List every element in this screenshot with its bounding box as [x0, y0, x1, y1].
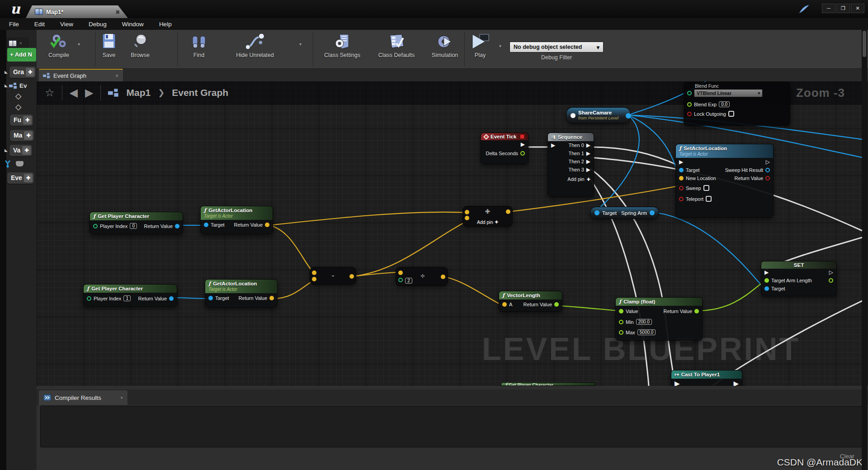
input-pin-b[interactable]	[312, 277, 316, 281]
add-dispatcher-button[interactable]: ✚	[24, 174, 33, 182]
sidebar-section-graphs[interactable]: ◣ Gra✚	[0, 66, 37, 78]
breadcrumb-root[interactable]: Map1	[126, 87, 151, 98]
menu-window[interactable]: Window	[122, 21, 144, 28]
event-graph-canvas[interactable]: LEVEL BLUEPRINT	[37, 81, 862, 386]
input-pin-max[interactable]	[619, 330, 623, 335]
input-pin-value[interactable]	[619, 309, 623, 313]
exec-out-pin[interactable]: ▷	[829, 270, 833, 275]
min-value[interactable]: 200.0	[636, 319, 652, 325]
plus-icon[interactable]: ✚	[495, 220, 499, 224]
node-divide[interactable]: ÷ 2	[396, 267, 448, 286]
sidebar-section-dispatchers[interactable]: Eve✚	[0, 172, 37, 184]
maximize-button[interactable]: ❐	[836, 4, 850, 13]
exec-out-pin[interactable]: ▶	[733, 380, 739, 386]
output-pin[interactable]	[349, 274, 354, 279]
sidebar-event-node-2[interactable]: ◇	[0, 101, 37, 113]
node-vector-length[interactable]: ƒVectorLength A Return Value	[499, 291, 562, 312]
add-pin-label[interactable]: Add pin	[567, 176, 584, 182]
player-index-value[interactable]: 0	[130, 223, 137, 229]
add-graph-button[interactable]: ✚	[26, 68, 34, 76]
node-set-actor-location[interactable]: ƒSetActorLocation Target is Actor ▶ ▷ Ta…	[675, 144, 774, 218]
input-pin-a[interactable]	[398, 271, 403, 275]
sidebar-section-variables[interactable]: ◣ Va✚	[0, 144, 37, 156]
tab-close-icon[interactable]: ✕	[116, 9, 120, 15]
exec-out-pin-then3[interactable]: ▶	[586, 167, 590, 172]
input-pin-b[interactable]	[465, 216, 469, 220]
node-sharecamare[interactable]: ShareCamare from Persistent Level	[566, 107, 631, 123]
input-pin-b[interactable]	[398, 278, 403, 282]
menu-edit[interactable]: Edit	[34, 21, 45, 28]
blend-exp-value[interactable]: 0.0	[719, 101, 730, 107]
input-pin-target[interactable]	[594, 210, 599, 215]
add-pin-label[interactable]: Add pin	[477, 219, 493, 225]
exec-in-pin[interactable]: ▶	[675, 380, 680, 386]
compiler-output-area[interactable]	[40, 406, 864, 447]
favorite-star-icon[interactable]: ☆	[45, 86, 55, 99]
input-pin-a[interactable]	[465, 210, 469, 214]
output-pin-return[interactable]	[265, 223, 269, 227]
menu-view[interactable]: View	[60, 21, 73, 28]
scrollbar-thumb[interactable]	[863, 31, 866, 57]
exec-out-pin-then0[interactable]: ▶	[586, 142, 590, 148]
output-pin-object[interactable]	[626, 113, 631, 119]
node-get-player-character-1[interactable]: ƒGet Player Character Player Index0 Retu…	[90, 212, 183, 234]
input-pin-blend-exp[interactable]	[687, 102, 692, 107]
visibility-closed-eye-icon[interactable]	[16, 161, 24, 166]
output-pin-return[interactable]	[554, 302, 559, 307]
save-button[interactable]: Save	[101, 33, 117, 58]
node-get-player-character-2[interactable]: ƒGet Player Character Player Index1 Retu…	[83, 284, 177, 307]
node-cast-to-player1[interactable]: ↦Cast To Player1 ▶ ▶	[671, 370, 742, 386]
node-get-actor-location-1[interactable]: ƒGetActorLocation Target is Actor Target…	[200, 206, 273, 234]
node-sequence[interactable]: ⇉ Sequence ▶ Then 0▶ Then 1▶ Then 2▶ The…	[547, 133, 594, 197]
input-pin-a[interactable]	[502, 302, 507, 307]
menu-debug[interactable]: Debug	[89, 21, 107, 28]
output-pin[interactable]	[441, 275, 445, 279]
play-options-caret-icon[interactable]: ▾	[499, 43, 501, 48]
output-pin[interactable]	[506, 209, 510, 214]
output-pin-value[interactable]	[829, 278, 833, 283]
output-pin-return[interactable]	[694, 309, 699, 313]
input-pin-new-location[interactable]	[679, 176, 684, 180]
hide-unrelated-caret-icon[interactable]: ▾	[299, 42, 302, 47]
tab-compiler-results[interactable]: Compiler Results ●	[39, 390, 127, 405]
node-get-player-character-3[interactable]: ƒ Get Player Character	[501, 382, 595, 386]
feather-icon[interactable]	[798, 4, 810, 14]
simulation-button[interactable]: Simulation	[432, 33, 458, 58]
output-pin-delta-seconds[interactable]	[520, 151, 525, 156]
output-pin-sweep-hit[interactable]	[765, 168, 770, 172]
node-subtract[interactable]: -	[310, 267, 356, 285]
compile-button[interactable]: Compile	[48, 33, 69, 58]
menu-help[interactable]: Help	[159, 21, 172, 28]
add-variable-button[interactable]: ✚	[22, 146, 31, 155]
minimize-button[interactable]: ─	[822, 4, 835, 13]
node-set-target-arm-length[interactable]: SET ▶ ▷ Target Arm Length Target	[761, 261, 837, 296]
collapse-arrow-icon[interactable]: ◣	[5, 148, 8, 152]
nav-forward-icon[interactable]: ▶	[85, 86, 93, 99]
hide-unrelated-button[interactable]: Hide Unrelated	[236, 33, 274, 58]
debug-object-dropdown[interactable]: No debug object selected ▾	[509, 42, 604, 52]
tab-event-graph[interactable]: Event Graph ✕	[39, 69, 123, 81]
input-pin-target[interactable]	[208, 296, 213, 300]
input-pin-target[interactable]	[679, 168, 684, 172]
input-pin-target[interactable]	[204, 223, 208, 227]
output-pin-return[interactable]	[765, 176, 770, 180]
add-macro-button[interactable]: ✚	[24, 131, 33, 140]
close-button[interactable]: ✕	[851, 4, 864, 13]
input-pin-target[interactable]	[764, 286, 769, 291]
exec-out-pin[interactable]: ▷	[766, 159, 770, 165]
node-spring-arm[interactable]: Target Spring Arm	[590, 207, 659, 219]
tab-pin-icon[interactable]: ●	[121, 395, 123, 400]
sidebar-section-functions[interactable]: Fu✚	[0, 114, 37, 126]
node-clamp-float[interactable]: ƒClamp (float) Value Return Value Min 20…	[615, 297, 703, 341]
breadcrumb-current[interactable]: Event Graph	[172, 87, 228, 98]
input-pin-lock-outgoing[interactable]	[687, 112, 692, 116]
teleport-checkbox[interactable]	[706, 196, 712, 202]
menu-file[interactable]: File	[9, 21, 19, 28]
plus-icon[interactable]: ✚	[587, 177, 590, 182]
output-pin-return[interactable]	[269, 296, 274, 300]
player-index-value[interactable]: 1	[123, 295, 131, 301]
output-pin-spring-arm[interactable]	[650, 210, 655, 215]
sidebar-section-macros[interactable]: Ma✚	[0, 129, 37, 141]
input-pin-sweep[interactable]	[679, 186, 684, 190]
input-pin-min[interactable]	[619, 320, 623, 324]
